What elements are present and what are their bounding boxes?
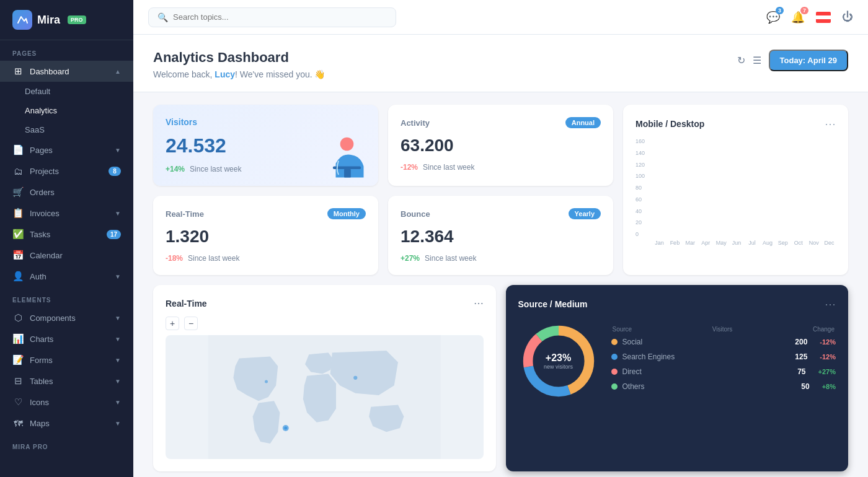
sidebar-item-auth[interactable]: 👤 Auth ▼ <box>0 266 133 287</box>
others-change: +8% <box>822 383 836 390</box>
sidebar-item-tables[interactable]: ⊟ Tables ▼ <box>0 370 133 392</box>
x-label: Sep <box>776 240 789 246</box>
maps-icon: 🗺 <box>12 418 24 429</box>
notifications-badge: 3 <box>776 7 784 14</box>
alerts-badge: 7 <box>800 7 808 14</box>
language-selector[interactable] <box>816 12 831 23</box>
direct-change: +27% <box>818 368 836 375</box>
mira-pro-section-label: MIRA PRO <box>0 434 133 454</box>
bar-group-aug <box>760 138 773 237</box>
zoom-out-button[interactable]: − <box>184 317 198 330</box>
y-label: 140 <box>636 150 645 156</box>
projects-icon: 🗂 <box>12 165 24 177</box>
refresh-icon[interactable]: ↻ <box>737 55 745 66</box>
chevron-icon: ▼ <box>115 357 121 364</box>
sidebar-item-maps[interactable]: 🗺 Maps ▼ <box>0 413 133 434</box>
visitors-illustration <box>316 130 372 186</box>
bounce-change: +27% <box>401 254 420 263</box>
y-label: 20 <box>636 219 645 225</box>
page-subtitle: Welcome back, Lucy! We've missed you. 👋 <box>153 69 326 79</box>
pages-icon: 📄 <box>12 144 24 155</box>
sidebar-item-charts[interactable]: 📊 Charts ▼ <box>0 328 133 349</box>
zoom-in-button[interactable]: + <box>166 317 179 330</box>
donut-container: +23% new visitors Source Visitors Change <box>518 321 836 401</box>
sidebar-item-label: Auth <box>30 272 108 281</box>
dashboard-icon: ⊞ <box>12 66 24 77</box>
sidebar-item-label: Dashboard <box>30 67 108 76</box>
y-label: 160 <box>636 138 645 144</box>
sidebar-item-components[interactable]: ⬡ Components ▼ <box>0 307 133 328</box>
topbar: 🔍 💬 3 🔔 7 ⏻ <box>133 0 868 35</box>
map-more-icon[interactable]: ⋯ <box>474 297 484 309</box>
elements-section-label: ELEMENTS <box>0 287 133 307</box>
sidebar-item-forms[interactable]: 📝 Forms ▼ <box>0 349 133 370</box>
logo-badge: PRO <box>68 15 86 24</box>
chart-more-icon[interactable]: ⋯ <box>825 117 836 131</box>
x-label: Jun <box>730 240 743 246</box>
page-content: Analytics Dashboard Welcome back, Lucy! … <box>133 35 868 477</box>
sidebar: Mira PRO PAGES ⊞ Dashboard ▲ Default Ana… <box>0 0 133 477</box>
sidebar-item-icons[interactable]: ♡ Icons ▼ <box>0 392 133 413</box>
visitors-title: Visitors <box>166 117 197 127</box>
page-title-area: Analytics Dashboard Welcome back, Lucy! … <box>153 50 326 79</box>
tables-icon: ⊟ <box>12 375 24 387</box>
sidebar-logo: Mira PRO <box>0 0 133 40</box>
sidebar-item-label: Orders <box>30 188 121 197</box>
bounce-since: Since last week <box>425 254 476 263</box>
legend-item-search: Search Engines 125 -12% <box>611 352 836 361</box>
sidebar-item-projects[interactable]: 🗂 Projects 8 <box>0 160 133 182</box>
sidebar-item-default[interactable]: Default <box>0 82 133 101</box>
others-dot <box>611 383 618 390</box>
sidebar-item-calendar[interactable]: 📅 Calendar <box>0 245 133 266</box>
sidebar-item-orders[interactable]: 🛒 Orders <box>0 182 133 203</box>
notifications-button[interactable]: 💬 3 <box>766 11 780 24</box>
bounce-badge: Yearly <box>569 208 601 219</box>
y-label: 60 <box>636 196 645 203</box>
sidebar-item-invoices[interactable]: 📋 Invoices ▼ <box>0 203 133 224</box>
donut-center: +23% new visitors <box>544 352 573 370</box>
direct-label: Direct <box>622 367 793 376</box>
components-icon: ⬡ <box>12 312 24 323</box>
date-button[interactable]: Today: April 29 <box>769 50 848 71</box>
chevron-icon: ▼ <box>115 399 121 406</box>
alerts-button[interactable]: 🔔 7 <box>791 11 805 24</box>
icons-icon: ♡ <box>12 396 24 408</box>
topbar-actions: 💬 3 🔔 7 ⏻ <box>766 11 853 24</box>
orders-icon: 🛒 <box>12 186 24 198</box>
svg-point-7 <box>265 380 268 383</box>
chevron-icon: ▼ <box>115 273 121 280</box>
power-button[interactable]: ⏻ <box>842 11 853 24</box>
donut-center-label: new visitors <box>544 364 573 370</box>
filter-icon[interactable]: ☰ <box>753 55 761 66</box>
calendar-icon: 📅 <box>12 250 24 261</box>
sidebar-item-dashboard[interactable]: ⊞ Dashboard ▲ <box>0 61 133 82</box>
sidebar-item-label: Charts <box>30 335 108 344</box>
legend-item-others: Others 50 +8% <box>611 382 836 391</box>
search-container[interactable]: 🔍 <box>148 7 396 27</box>
search-input[interactable] <box>173 12 387 22</box>
mobile-desktop-chart-card: Mobile / Desktop ⋯ 160 140 120 100 80 60… <box>623 105 848 275</box>
sidebar-item-label: Pages <box>30 146 108 155</box>
sidebar-item-pages[interactable]: 📄 Pages ▼ <box>0 139 133 160</box>
real-time-change: -18% <box>166 254 183 263</box>
svg-point-0 <box>340 138 354 151</box>
sidebar-item-label: Tables <box>30 377 108 386</box>
bar-group-dec <box>823 138 836 237</box>
map-zoom-controls: + − <box>166 317 484 330</box>
chevron-icon: ▼ <box>115 147 121 154</box>
stat-card-header: Activity Annual <box>401 117 601 128</box>
real-time-since: Since last week <box>188 254 239 263</box>
sidebar-item-saas[interactable]: SaaS <box>0 120 133 139</box>
sidebar-item-label: Invoices <box>30 209 108 218</box>
dark-more-icon[interactable]: ⋯ <box>825 297 836 311</box>
sidebar-item-analytics[interactable]: Analytics <box>0 101 133 120</box>
sidebar-item-tasks[interactable]: ✅ Tasks 17 <box>0 224 133 245</box>
search-value: 125 <box>795 352 807 361</box>
chevron-icon: ▼ <box>115 210 121 217</box>
map-card-header: Real-Time ⋯ <box>166 297 484 309</box>
sidebar-item-label: Icons <box>30 398 108 407</box>
x-label: Oct <box>792 240 805 246</box>
y-label: 0 <box>636 231 645 237</box>
others-label: Others <box>622 382 797 391</box>
legend-header: Source Visitors Change <box>611 326 836 333</box>
